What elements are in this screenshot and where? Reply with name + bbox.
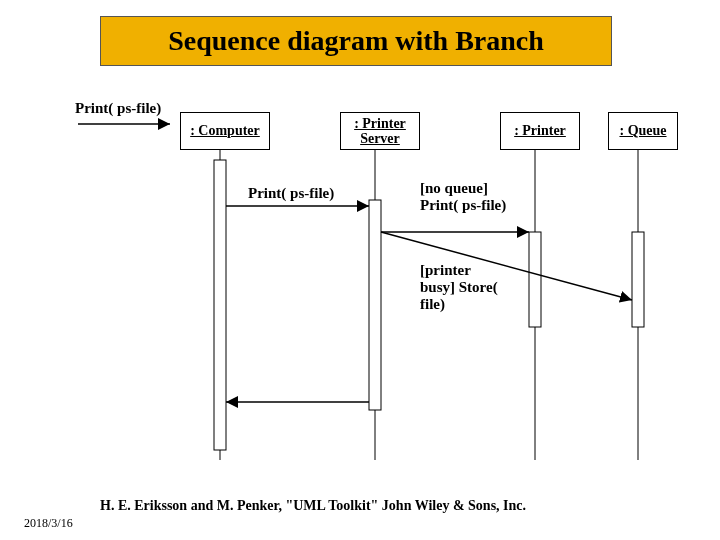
slide-date: 2018/3/16: [24, 516, 73, 531]
msg-branch-store: [printer busy] Store( file): [420, 262, 498, 313]
lifeline-queue: : Queue: [608, 112, 678, 150]
citation: H. E. Eriksson and M. Penker, "UML Toolk…: [100, 498, 526, 514]
msg-branch-print: [no queue] Print( ps-file): [420, 180, 506, 214]
msg-to-server: Print( ps-file): [248, 185, 334, 202]
svg-rect-4: [214, 160, 226, 450]
svg-rect-5: [369, 200, 381, 410]
lifeline-printer-server: : Printer Server: [340, 112, 420, 150]
svg-rect-7: [632, 232, 644, 327]
msg-start: Print( ps-file): [75, 100, 161, 117]
svg-line-11: [381, 232, 632, 300]
lifeline-printer: : Printer: [500, 112, 580, 150]
sequence-diagram: [0, 0, 720, 540]
svg-rect-6: [529, 232, 541, 327]
lifeline-computer: : Computer: [180, 112, 270, 150]
slide: Sequence diagram with Branch Print( ps-f…: [0, 0, 720, 540]
